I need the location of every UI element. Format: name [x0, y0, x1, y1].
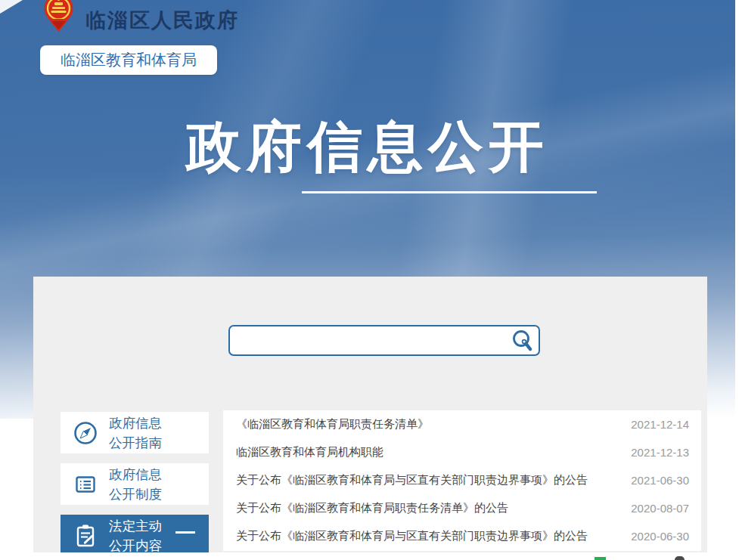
article-row[interactable]: 关于公布《临淄区教育和体育局职责任务清单》的公告 2020-08-07	[223, 494, 701, 522]
article-title[interactable]: 关于公布《临淄区教育和体育局与区直有关部门职责边界事项》的公告	[236, 529, 588, 543]
document-list-icon	[72, 471, 99, 498]
article-date: 2021-12-13	[631, 446, 689, 459]
article-date: 2021-06-30	[631, 474, 689, 487]
search-icon	[510, 328, 536, 354]
gov-name: 临淄区人民政府	[85, 7, 239, 34]
national-emblem-icon	[41, 0, 76, 35]
article-title[interactable]: 关于公布《临淄区教育和体育局与区直有关部门职责边界事项》的公告	[236, 473, 588, 487]
article-date: 2020-08-07	[631, 502, 689, 515]
wechat-share-icon-partial[interactable]	[595, 557, 606, 560]
clipboard-pencil-icon	[72, 522, 99, 549]
article-title[interactable]: 《临淄区教育和体育局职责任务清单》	[236, 417, 429, 432]
corner-decoration	[0, 0, 23, 14]
article-date: 2021-12-14	[631, 418, 689, 431]
article-title[interactable]: 关于公布《临淄区教育和体育局职责任务清单》的公告	[236, 501, 508, 515]
department-tab[interactable]: 临淄区教育和体育局	[40, 45, 217, 75]
article-date: 2020-06-30	[631, 530, 689, 543]
search-button[interactable]	[510, 328, 536, 354]
compass-icon	[72, 419, 99, 447]
sidebar-item-rules[interactable]: 政府信息 公开制度	[61, 463, 209, 505]
collapse-minus-icon[interactable]	[175, 531, 195, 534]
sidebar-item-guide[interactable]: 政府信息 公开指南	[61, 412, 209, 453]
share-icon-partial[interactable]	[675, 556, 685, 560]
sidebar-item-label: 法定主动 公开内容	[109, 516, 162, 555]
article-row[interactable]: 临淄区教育和体育局机构职能 2021-12-13	[223, 438, 701, 466]
title-underline	[302, 191, 597, 193]
bottom-band	[33, 552, 735, 560]
search-input[interactable]	[228, 325, 540, 356]
search-box	[228, 325, 540, 356]
article-row[interactable]: 关于公布《临淄区教育和体育局与区直有关部门职责边界事项》的公告 2020-06-…	[223, 522, 701, 550]
sidebar-item-label: 政府信息 公开指南	[109, 413, 162, 453]
article-list: 《临淄区教育和体育局职责任务清单》 2021-12-14 临淄区教育和体育局机构…	[223, 410, 701, 551]
article-title[interactable]: 临淄区教育和体育局机构职能	[236, 445, 383, 459]
article-row[interactable]: 关于公布《临淄区教育和体育局与区直有关部门职责边界事项》的公告 2021-06-…	[223, 466, 701, 494]
article-row[interactable]: 《临淄区教育和体育局职责任务清单》 2021-12-14	[223, 410, 701, 438]
sidebar-item-label: 政府信息 公开制度	[109, 465, 162, 504]
page-title: 政府信息公开	[0, 110, 735, 185]
sidebar-item-statutory[interactable]: 法定主动 公开内容	[61, 515, 209, 556]
gov-header: 临淄区人民政府	[41, 0, 239, 35]
page: 临淄区人民政府 临淄区教育和体育局 政府信息公开 政府信息 公开指南	[0, 0, 742, 560]
